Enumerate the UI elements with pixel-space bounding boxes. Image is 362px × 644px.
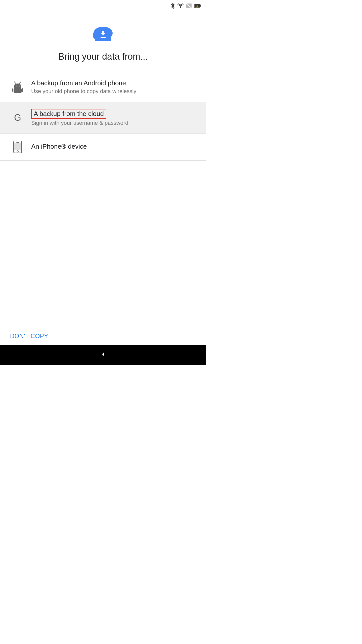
android-backup-option[interactable]: A backup from an Android phone Use your … [0, 72, 206, 102]
iphone-option[interactable]: An iPhone® device [0, 134, 206, 160]
android-backup-subtitle: Use your old phone to copy data wireless… [31, 88, 196, 95]
cloud-backup-title: A backup from the cloud [31, 109, 196, 119]
cloud-backup-option[interactable]: G A backup from the cloud Sign in with y… [0, 102, 206, 134]
bottom-divider [0, 160, 206, 161]
google-g-icon: G [10, 112, 25, 123]
android-backup-title: A backup from an Android phone [31, 79, 196, 87]
svg-text:⚡: ⚡ [195, 4, 199, 8]
svg-rect-23 [22, 88, 23, 92]
android-backup-text: A backup from an Android phone Use your … [31, 79, 196, 95]
cloud-backup-subtitle: Sign in with your username & password [31, 120, 196, 126]
svg-point-19 [16, 86, 17, 87]
svg-line-18 [19, 82, 21, 84]
svg-rect-25 [19, 93, 20, 93]
status-bar: ⚡ [0, 0, 206, 11]
svg-rect-27 [16, 142, 19, 143]
iphone-icon [10, 141, 25, 153]
svg-point-4 [180, 7, 181, 8]
svg-point-20 [19, 86, 20, 87]
navigation-bar [0, 345, 206, 365]
no-signal-icon [186, 4, 192, 8]
svg-rect-22 [12, 88, 13, 92]
dont-copy-button[interactable]: DON'T COPY [10, 333, 48, 340]
bluetooth-icon [170, 3, 175, 9]
options-list: A backup from an Android phone Use your … [0, 72, 206, 161]
android-icon [10, 81, 25, 93]
wifi-icon [177, 4, 184, 8]
cloud-download-icon [92, 26, 114, 44]
page-title: Bring your data from... [48, 51, 158, 62]
svg-rect-29 [14, 143, 21, 150]
svg-rect-24 [15, 93, 16, 93]
iphone-text: An iPhone® device [31, 143, 196, 151]
svg-rect-9 [200, 5, 201, 7]
svg-line-17 [14, 82, 16, 84]
iphone-title: An iPhone® device [31, 143, 196, 150]
back-button[interactable] [100, 351, 106, 358]
main-content: Bring your data from... [0, 11, 206, 161]
svg-point-28 [17, 151, 18, 152]
cloud-backup-text: A backup from the cloud Sign in with you… [31, 109, 196, 126]
bottom-section: DON'T COPY [10, 333, 48, 340]
svg-rect-21 [14, 88, 22, 93]
svg-rect-16 [101, 37, 106, 38]
battery-charging-icon: ⚡ [194, 4, 201, 8]
svg-marker-30 [102, 352, 104, 356]
